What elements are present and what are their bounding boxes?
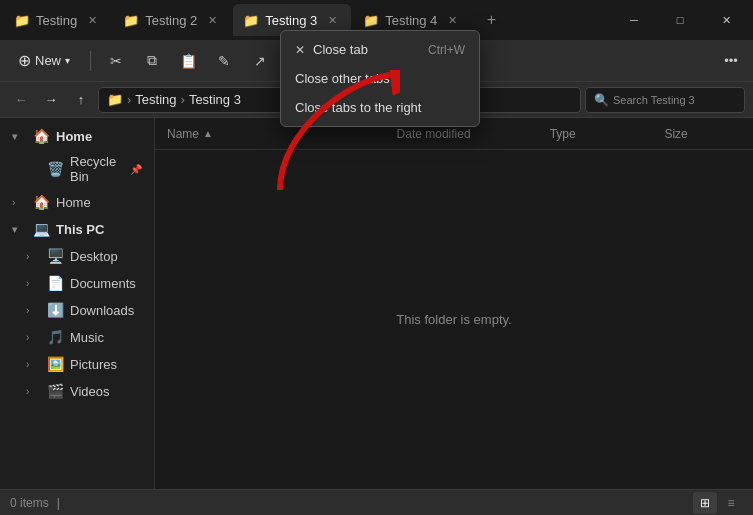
- list-view-button[interactable]: ≡: [719, 492, 743, 514]
- toolbar-overflow-button[interactable]: •••: [717, 47, 745, 75]
- sidebar-item-music[interactable]: › 🎵 Music: [4, 324, 150, 350]
- grid-view-button[interactable]: ⊞: [693, 492, 717, 514]
- col-header-type[interactable]: Type: [550, 127, 665, 141]
- sort-icon: ▲: [203, 128, 213, 139]
- sidebar-thispc-label: This PC: [56, 222, 104, 237]
- tab-label-4: Testing 4: [385, 13, 437, 28]
- up-button[interactable]: ↑: [68, 87, 94, 113]
- close-right-left: Close tabs to the right: [295, 100, 421, 115]
- add-tab-button[interactable]: +: [477, 6, 505, 34]
- sidebar-item-pictures[interactable]: › 🖼️ Pictures: [4, 351, 150, 377]
- paste-button[interactable]: 📋: [173, 46, 203, 76]
- sidebar-item-downloads[interactable]: › ⬇️ Downloads: [4, 297, 150, 323]
- thispc-icon: 💻: [32, 220, 50, 238]
- sidebar-expand-home: ▾: [12, 131, 26, 142]
- content-area: Name ▲ Date modified Type Size This fold…: [155, 118, 753, 489]
- sidebar-desktop-label: Desktop: [70, 249, 118, 264]
- context-close-tabs-right[interactable]: Close tabs to the right: [281, 93, 479, 122]
- col-header-date[interactable]: Date modified: [397, 127, 550, 141]
- search-placeholder: Search Testing 3: [613, 94, 695, 106]
- close-other-left: Close other tabs: [295, 71, 390, 86]
- tab-label-2: Testing 2: [145, 13, 197, 28]
- new-icon: ⊕: [18, 51, 31, 70]
- tab-icon-3: 📁: [243, 13, 259, 28]
- context-close-tab[interactable]: ✕ Close tab Ctrl+W: [281, 35, 479, 64]
- music-expand: ›: [26, 332, 40, 343]
- tab-close-1[interactable]: ✕: [83, 11, 101, 29]
- empty-folder-message: This folder is empty.: [155, 150, 753, 489]
- tab-label-1: Testing: [36, 13, 77, 28]
- videos-expand: ›: [26, 386, 40, 397]
- desktop-expand: ›: [26, 251, 40, 262]
- window-controls: ─ □ ✕: [611, 4, 749, 36]
- status-bar: 0 items | ⊞ ≡: [0, 489, 753, 515]
- address-part-1: Testing: [135, 92, 176, 107]
- sidebar-section-thispc[interactable]: ▾ 💻 This PC: [4, 216, 150, 242]
- address-sep-2: ›: [181, 92, 185, 107]
- context-menu: ✕ Close tab Ctrl+W Close other tabs Clos…: [280, 30, 480, 127]
- search-bar[interactable]: 🔍 Search Testing 3: [585, 87, 745, 113]
- toolbar-separator-1: [90, 51, 91, 71]
- context-close-other-tabs[interactable]: Close other tabs: [281, 64, 479, 93]
- sidebar-documents-label: Documents: [70, 276, 136, 291]
- back-button[interactable]: ←: [8, 87, 34, 113]
- documents-icon: 📄: [46, 274, 64, 292]
- copy-button[interactable]: ⧉: [137, 46, 167, 76]
- pictures-expand: ›: [26, 359, 40, 370]
- recycle-bin-icon: 🗑️: [46, 160, 64, 178]
- cursor-indicator: |: [57, 496, 60, 510]
- sidebar-item-home2[interactable]: › 🏠 Home: [4, 189, 150, 215]
- sidebar-home2-label: Home: [56, 195, 91, 210]
- close-tab-shortcut: Ctrl+W: [428, 43, 465, 57]
- sidebar-item-documents[interactable]: › 📄 Documents: [4, 270, 150, 296]
- sidebar-music-label: Music: [70, 330, 104, 345]
- tab-label-3: Testing 3: [265, 13, 317, 28]
- home2-icon: 🏠: [32, 193, 50, 211]
- new-chevron: ▾: [65, 55, 70, 66]
- share-button[interactable]: ↗: [245, 46, 275, 76]
- new-label: New: [35, 53, 61, 68]
- sidebar-home-label: Home: [56, 129, 92, 144]
- recycle-pin-icon: 📌: [130, 164, 142, 175]
- close-button[interactable]: ✕: [703, 4, 749, 36]
- sidebar-downloads-label: Downloads: [70, 303, 134, 318]
- col-header-name[interactable]: Name ▲: [167, 127, 397, 141]
- cut-button[interactable]: ✂: [101, 46, 131, 76]
- tab-testing-1[interactable]: 📁 Testing ✕: [4, 4, 111, 36]
- col-header-size[interactable]: Size: [664, 127, 741, 141]
- main-layout: ▾ 🏠 Home 🗑️ Recycle Bin 📌 › 🏠 Home ▾ 💻 T…: [0, 118, 753, 489]
- downloads-icon: ⬇️: [46, 301, 64, 319]
- item-count: 0 items: [10, 496, 49, 510]
- sidebar-pictures-label: Pictures: [70, 357, 117, 372]
- sidebar-recycle-label: Recycle Bin: [70, 154, 124, 184]
- address-folder-icon: 📁: [107, 92, 123, 107]
- sidebar-item-videos[interactable]: › 🎬 Videos: [4, 378, 150, 404]
- tab-icon-1: 📁: [14, 13, 30, 28]
- rename-button[interactable]: ✎: [209, 46, 239, 76]
- sidebar-section-home[interactable]: ▾ 🏠 Home: [4, 123, 150, 149]
- documents-expand: ›: [26, 278, 40, 289]
- sidebar-item-recycle-bin[interactable]: 🗑️ Recycle Bin 📌: [4, 150, 150, 188]
- tab-close-2[interactable]: ✕: [203, 11, 221, 29]
- pictures-icon: 🖼️: [46, 355, 64, 373]
- address-sep-1: ›: [127, 92, 131, 107]
- new-button[interactable]: ⊕ New ▾: [8, 47, 80, 74]
- desktop-icon: 🖥️: [46, 247, 64, 265]
- close-tab-left: ✕ Close tab: [295, 42, 368, 57]
- sidebar-item-desktop[interactable]: › 🖥️ Desktop: [4, 243, 150, 269]
- forward-button[interactable]: →: [38, 87, 64, 113]
- search-icon: 🔍: [594, 93, 609, 107]
- home-icon: 🏠: [32, 127, 50, 145]
- view-toggle-icons: ⊞ ≡: [693, 492, 743, 514]
- sidebar-videos-label: Videos: [70, 384, 110, 399]
- maximize-button[interactable]: □: [657, 4, 703, 36]
- thispc-expand: ▾: [12, 224, 26, 235]
- tab-close-4[interactable]: ✕: [443, 11, 461, 29]
- address-part-2: Testing 3: [189, 92, 241, 107]
- home2-expand: ›: [12, 197, 26, 208]
- sidebar: ▾ 🏠 Home 🗑️ Recycle Bin 📌 › 🏠 Home ▾ 💻 T…: [0, 118, 155, 489]
- tab-icon-2: 📁: [123, 13, 139, 28]
- minimize-button[interactable]: ─: [611, 4, 657, 36]
- tab-close-3[interactable]: ✕: [323, 11, 341, 29]
- tab-testing-2[interactable]: 📁 Testing 2 ✕: [113, 4, 231, 36]
